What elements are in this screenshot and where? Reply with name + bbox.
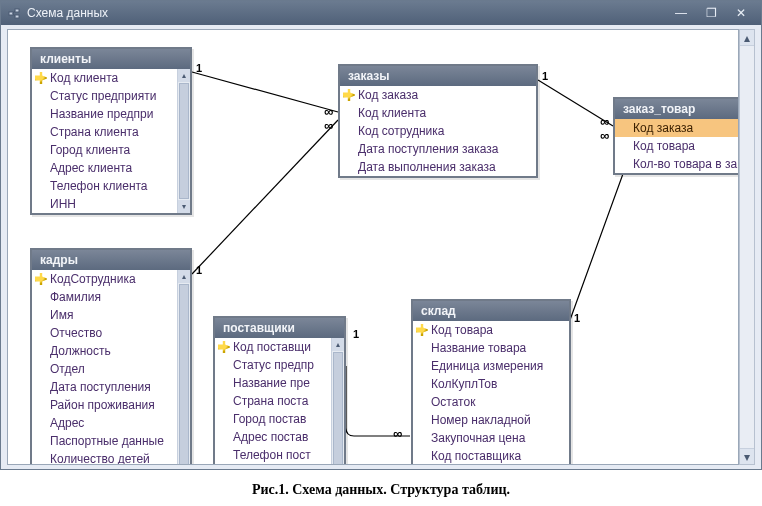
figure-caption: Рис.1. Схема данных. Структура таблиц. — [0, 482, 762, 498]
scroll-thumb[interactable] — [333, 352, 343, 465]
scroll-up-icon[interactable]: ▴ — [178, 270, 190, 283]
scroll-up-icon[interactable]: ▴ — [332, 338, 344, 351]
table-fields: Код клиента Статус предприяти Название п… — [32, 69, 177, 213]
scroll-down-icon[interactable]: ▾ — [740, 448, 754, 464]
field[interactable]: Город клиента — [32, 141, 177, 159]
field-key[interactable]: КодСотрудника — [32, 270, 177, 288]
table-orders[interactable]: заказы Код заказа Код клиента Код сотруд… — [338, 64, 538, 178]
table-clients[interactable]: клиенты Код клиента Статус предприяти На… — [30, 47, 192, 215]
field[interactable]: Имя — [32, 306, 177, 324]
table-fields: Код заказа Код клиента Код сотрудника Да… — [340, 86, 536, 176]
card-infinity-icon: ∞ — [393, 426, 400, 441]
app-icon — [7, 6, 21, 20]
window-scrollbar[interactable]: ▴ ▾ — [739, 29, 755, 465]
field[interactable]: Название предпри — [32, 105, 177, 123]
table-staff[interactable]: кадры КодСотрудника Фамилия Имя Отчество… — [30, 248, 192, 465]
field[interactable]: Адрес — [32, 414, 177, 432]
svg-rect-0 — [9, 12, 13, 15]
field[interactable]: Название пре — [215, 374, 331, 392]
card-infinity-icon: ∞ — [600, 114, 607, 129]
table-scrollbar[interactable]: ▴ ▾ — [177, 270, 190, 465]
window-title: Схема данных — [27, 6, 665, 20]
field[interactable]: Единица измерения — [413, 357, 569, 375]
scroll-thumb[interactable] — [179, 83, 189, 199]
field[interactable]: Название товара — [413, 339, 569, 357]
field[interactable]: Район проживания — [32, 396, 177, 414]
scroll-up-icon[interactable]: ▴ — [740, 30, 754, 46]
svg-rect-1 — [15, 9, 19, 12]
titlebar[interactable]: Схема данных — ❐ ✕ — [1, 1, 761, 25]
field[interactable]: Дата выполнения заказа — [340, 158, 536, 176]
field[interactable]: Закупочная цена — [413, 429, 569, 447]
field[interactable]: Статус предпр — [215, 356, 331, 374]
table-order-item[interactable]: заказ_товар Код заказа Код товара Кол-во… — [613, 97, 739, 175]
scroll-down-icon[interactable]: ▾ — [178, 200, 190, 213]
card-infinity-icon: ∞ — [324, 118, 331, 133]
card-label: 1 — [574, 312, 580, 324]
card-infinity-icon: ∞ — [600, 128, 607, 143]
field[interactable]: Дата поступления — [32, 378, 177, 396]
restore-button[interactable]: ❐ — [697, 5, 725, 21]
field[interactable]: Телефон клиента — [32, 177, 177, 195]
field[interactable]: Код клиента — [340, 104, 536, 122]
field[interactable]: Отдел — [32, 360, 177, 378]
scroll-thumb[interactable] — [179, 284, 189, 465]
card-label: 1 — [542, 70, 548, 82]
field[interactable]: Дата поступления заказа — [340, 140, 536, 158]
svg-rect-2 — [15, 15, 19, 18]
field[interactable]: Телефон пост — [215, 446, 331, 464]
field[interactable]: Код товара — [615, 137, 739, 155]
window: Схема данных — ❐ ✕ 1 ∞ ∞ 1 1 ∞ ∞ 1 ∞ 1 — [0, 0, 762, 470]
field-selected[interactable]: Код заказа — [615, 119, 739, 137]
field[interactable]: Адрес клиента — [32, 159, 177, 177]
field[interactable]: Кол-во товара в зак — [615, 155, 739, 173]
table-suppliers[interactable]: поставщики Код поставщи Статус предпр На… — [213, 316, 346, 465]
close-button[interactable]: ✕ — [727, 5, 755, 21]
field[interactable]: Остаток — [413, 393, 569, 411]
table-header[interactable]: заказы — [340, 66, 536, 86]
field[interactable]: Фамилия — [32, 288, 177, 306]
field-key[interactable]: Код поставщи — [215, 338, 331, 356]
field[interactable]: Статус предприяти — [32, 87, 177, 105]
table-header[interactable]: поставщики — [215, 318, 344, 338]
table-scrollbar[interactable]: ▴ ▾ — [177, 69, 190, 213]
field[interactable]: ИНН — [215, 464, 331, 465]
table-scrollbar[interactable]: ▴ ▾ — [331, 338, 344, 465]
field[interactable]: Адрес постав — [215, 428, 331, 446]
field[interactable]: Должность — [32, 342, 177, 360]
card-label: 1 — [196, 62, 202, 74]
table-fields: КодСотрудника Фамилия Имя Отчество Должн… — [32, 270, 177, 465]
card-infinity-icon: ∞ — [324, 104, 331, 119]
schema-canvas[interactable]: 1 ∞ ∞ 1 1 ∞ ∞ 1 ∞ 1 клиенты Код клиента … — [7, 29, 739, 465]
minimize-button[interactable]: — — [667, 5, 695, 21]
table-header[interactable]: кадры — [32, 250, 190, 270]
card-label: 1 — [353, 328, 359, 340]
table-fields: Код товара Название товара Единица измер… — [413, 321, 569, 465]
field[interactable]: Количество детей — [32, 450, 177, 465]
field[interactable]: ИНН — [32, 195, 177, 213]
field-key[interactable]: Код товара — [413, 321, 569, 339]
field[interactable]: Номер накладной — [413, 411, 569, 429]
scroll-up-icon[interactable]: ▴ — [178, 69, 190, 82]
field[interactable]: Город постав — [215, 410, 331, 428]
table-stock[interactable]: склад Код товара Название товара Единица… — [411, 299, 571, 465]
table-header[interactable]: заказ_товар — [615, 99, 739, 119]
field-key[interactable]: Код заказа — [340, 86, 536, 104]
field[interactable]: Отчество — [32, 324, 177, 342]
card-label: 1 — [196, 264, 202, 276]
field[interactable]: Страна поста — [215, 392, 331, 410]
table-header[interactable]: склад — [413, 301, 569, 321]
table-header[interactable]: клиенты — [32, 49, 190, 69]
table-fields: Код заказа Код товара Кол-во товара в за… — [615, 119, 739, 173]
table-fields: Код поставщи Статус предпр Название пре … — [215, 338, 331, 465]
field-key[interactable]: Код клиента — [32, 69, 177, 87]
field[interactable]: Паспортные данные — [32, 432, 177, 450]
field[interactable]: Страна клиента — [32, 123, 177, 141]
field[interactable]: Код поставщика — [413, 447, 569, 465]
field[interactable]: Код сотрудника — [340, 122, 536, 140]
field[interactable]: КолКуплТов — [413, 375, 569, 393]
